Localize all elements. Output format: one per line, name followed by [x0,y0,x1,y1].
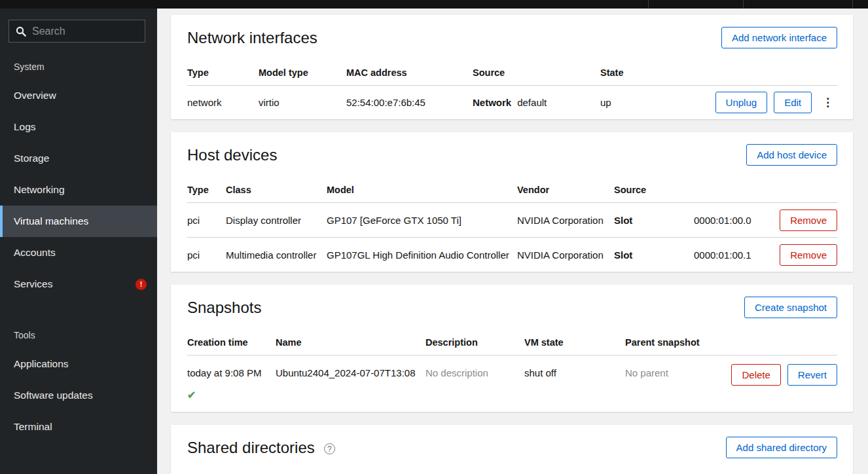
column-header: Source [473,67,600,78]
remove-button[interactable]: Remove [780,210,837,231]
sidebar-item-label: Networking [14,184,65,196]
hostdev-type: pci [187,215,226,226]
kebab-menu-icon[interactable]: ⋮ [818,97,837,108]
snapshots-title: Snapshots [187,299,261,317]
sidebar-item-overview[interactable]: Overview [0,80,157,111]
sidebar-item-label: Overview [14,90,56,101]
hostdev-type: pci [187,249,226,261]
snapshot-description: No description [425,367,524,378]
snapshots-table-header: Creation time Name Description VM state … [187,330,837,355]
sidebar-item-storage[interactable]: Storage [0,143,157,174]
sidebar-item-label: Virtual machines [14,215,88,227]
add-host-device-button[interactable]: Add host device [746,144,837,166]
masthead-divider [743,0,744,9]
sidebar-item-label: Software updates [14,390,93,401]
unplug-button[interactable]: Unplug [715,92,768,113]
revert-button[interactable]: Revert [787,364,837,386]
check-icon: ✔ [187,389,276,401]
services-alert-badge: ! [136,279,147,290]
delete-button[interactable]: Delete [731,364,780,386]
sidebar-item-terminal[interactable]: Terminal [0,411,157,443]
nav-section-system: System [0,62,157,72]
hostdev-class: Display controller [226,215,327,226]
hostdev-vendor: NVIDIA Corporation [517,249,614,261]
sidebar: System Overview Logs Storage Networking … [0,9,157,474]
nav-section-tools: Tools [0,330,157,340]
column-header: Vendor [517,185,614,195]
sidebar-item-label: Accounts [14,247,56,259]
edit-button[interactable]: Edit [774,92,812,113]
sidebar-search[interactable] [9,20,145,43]
shared-directories-card: Shared directories ? Add shared director… [171,425,853,474]
sidebar-item-services[interactable]: Services ! [0,268,157,300]
nic-source-value: default [517,97,547,108]
nic-source-kind: Network [473,97,511,108]
snapshot-row: today at 9:08 PM ✔ Ubuntu2404_2024-07-07… [187,355,837,412]
masthead-divider [648,0,649,9]
sidebar-item-label: Applications [14,358,69,370]
hostdev-class: Multimedia controller [226,249,327,261]
hostdev-source-value: 0000:01:00.1 [694,249,772,261]
add-network-interface-button[interactable]: Add network interface [721,27,837,48]
host-device-row: pci Display controller GP107 [GeForce GT… [187,202,837,237]
hostdev-model: GP107 [GeForce GTX 1050 Ti] [327,215,517,226]
search-input[interactable] [32,26,138,37]
host-devices-title: Host devices [187,146,277,164]
network-interfaces-card: Network interfaces Add network interface… [171,15,853,119]
network-interfaces-table-header: Type Model type MAC address Source State [187,60,837,85]
help-icon[interactable]: ? [324,443,335,454]
network-interfaces-title: Network interfaces [187,29,317,47]
column-header: Description [425,337,524,348]
host-device-row: pci Multimedia controller GP107GL High D… [187,237,837,272]
network-interface-row: network virtio 52:54:00:e7:6b:45 Network… [187,85,837,119]
sidebar-item-accounts[interactable]: Accounts [0,237,157,268]
column-header: Type [187,185,226,195]
sidebar-item-label: Terminal [14,421,52,433]
snapshot-creation-time: today at 9:08 PM [187,367,276,378]
hostdev-model: GP107GL High Definition Audio Controller [327,249,517,261]
sidebar-item-software-updates[interactable]: Software updates [0,380,157,411]
sidebar-item-label: Logs [14,121,36,133]
hostdev-source-kind: Slot [614,249,694,261]
hostdev-source-value: 0000:01:00.0 [694,215,772,226]
column-header: VM state [524,337,625,348]
nic-type: network [187,97,259,108]
column-header: Creation time [187,337,276,348]
nic-mac: 52:54:00:e7:6b:45 [346,97,473,108]
snapshots-card: Snapshots Create snapshot Creation time … [171,285,853,412]
sidebar-item-applications[interactable]: Applications [0,348,157,380]
snapshot-vm-state: shut off [524,367,625,378]
snapshot-name: Ubuntu2404_2024-07-07T13:08 [276,367,425,378]
masthead-divider [852,0,853,9]
hostdev-vendor: NVIDIA Corporation [517,215,614,226]
hostdev-source-kind: Slot [614,215,694,226]
column-header: Name [276,337,425,348]
search-icon [16,26,26,37]
column-header: Type [187,67,259,78]
column-header: State [600,67,679,78]
host-devices-table-header: Type Class Model Vendor Source [187,177,837,202]
sidebar-item-label: Storage [14,153,49,164]
vm-details-content: Network interfaces Add network interface… [157,9,868,474]
nav-list-tools: Applications Software updates Terminal [0,348,157,443]
masthead [0,0,868,9]
sidebar-item-label: Services [14,278,52,290]
column-header: Source [614,185,694,195]
remove-button[interactable]: Remove [780,244,837,266]
column-header: Model type [259,67,346,78]
sidebar-item-networking[interactable]: Networking [0,174,157,206]
add-shared-directory-button[interactable]: Add shared directory [726,437,837,458]
sidebar-item-virtual-machines[interactable]: Virtual machines [0,206,157,237]
column-header: MAC address [346,67,473,78]
snapshot-parent: No parent [625,367,713,378]
nic-model: virtio [259,97,346,108]
nic-state: up [600,97,679,108]
create-snapshot-button[interactable]: Create snapshot [744,297,837,318]
host-devices-card: Host devices Add host device Type Class … [171,132,853,272]
column-header: Model [327,185,517,195]
shared-directories-title: Shared directories [187,439,315,457]
column-header: Parent snapshot [625,337,713,348]
column-header: Class [226,185,327,195]
app-layout: System Overview Logs Storage Networking … [0,0,868,474]
sidebar-item-logs[interactable]: Logs [0,111,157,143]
